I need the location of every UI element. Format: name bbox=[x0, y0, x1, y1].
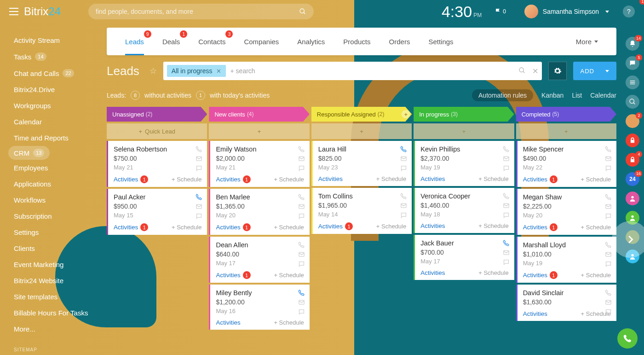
rail-chat[interactable]: 5 bbox=[626, 56, 639, 70]
sidebar-item-workgroups[interactable]: Workgroups bbox=[14, 98, 101, 114]
schedule-link[interactable]: + Schedule bbox=[274, 272, 304, 279]
user-menu[interactable]: Samantha Simpson bbox=[524, 5, 609, 18]
chat-icon[interactable] bbox=[400, 212, 407, 219]
phone-icon[interactable] bbox=[196, 193, 202, 200]
rail-text[interactable]: 2416 bbox=[626, 172, 639, 186]
activities-link[interactable]: Activities bbox=[318, 223, 343, 230]
activities-link[interactable]: Activities bbox=[523, 224, 547, 231]
filter-bar[interactable]: All in progress✕ + search ✕ bbox=[163, 62, 542, 80]
activities-link[interactable]: Activities bbox=[216, 319, 240, 326]
sidebar-item-more-[interactable]: More... bbox=[14, 321, 101, 337]
schedule-link[interactable]: + Schedule bbox=[581, 272, 611, 279]
tab-products[interactable]: Products bbox=[334, 28, 380, 55]
view-list[interactable]: List bbox=[572, 92, 582, 99]
sidebar-item-site-templates[interactable]: Site templates bbox=[14, 289, 101, 305]
with-activities-count[interactable]: 1 bbox=[196, 91, 205, 100]
add-button[interactable]: ADD bbox=[573, 62, 616, 80]
mail-icon[interactable] bbox=[400, 155, 407, 162]
tab-orders[interactable]: Orders bbox=[380, 28, 420, 55]
tab-settings[interactable]: Settings bbox=[419, 28, 462, 55]
next-page-button[interactable] bbox=[612, 221, 644, 258]
mail-icon[interactable] bbox=[605, 251, 612, 258]
chat-icon[interactable] bbox=[503, 212, 510, 219]
activities-link[interactable]: Activities bbox=[420, 222, 445, 229]
mail-icon[interactable] bbox=[298, 251, 305, 258]
phone-icon[interactable] bbox=[503, 192, 510, 199]
quick-add[interactable]: + Quick Lead bbox=[107, 123, 207, 139]
sidebar-item-clients[interactable]: Clients bbox=[14, 240, 101, 256]
lead-card[interactable]: Dean Allen$640.00May 17Activities1+ Sche… bbox=[209, 237, 309, 283]
sidebar-item-activity-stream[interactable]: Activity Stream bbox=[14, 32, 101, 48]
notifications-flag[interactable]: 0 bbox=[495, 8, 506, 15]
lead-card[interactable]: Ben Marlee$1,365.00May 20Activities1+ Sc… bbox=[209, 189, 309, 235]
mail-icon[interactable] bbox=[605, 155, 612, 162]
tab-deals[interactable]: Deals1 bbox=[153, 28, 189, 55]
mail-icon[interactable] bbox=[298, 155, 305, 162]
clear-filter-icon[interactable]: ✕ bbox=[532, 67, 538, 76]
schedule-link[interactable]: + Schedule bbox=[478, 175, 508, 182]
phone-icon[interactable] bbox=[298, 241, 305, 248]
help-button[interactable]: ? 1 bbox=[623, 6, 635, 17]
phone-icon[interactable] bbox=[298, 193, 305, 200]
column-header[interactable]: Responsible Assigned(2)+ bbox=[311, 107, 412, 122]
sidebar-item-employees[interactable]: Employees bbox=[14, 160, 101, 176]
view-kanban[interactable]: Kanban bbox=[541, 92, 564, 99]
schedule-link[interactable]: + Schedule bbox=[274, 319, 304, 326]
phone-icon[interactable] bbox=[503, 239, 510, 246]
mail-icon[interactable] bbox=[298, 203, 305, 210]
sidebar-item-billable-hours-for-tasks[interactable]: Billable Hours For Tasks bbox=[14, 305, 101, 321]
sidebar-item-workflows[interactable]: Workflows bbox=[14, 192, 101, 208]
activities-link[interactable]: Activities bbox=[420, 175, 445, 182]
quick-add[interactable]: + bbox=[516, 123, 616, 139]
schedule-link[interactable]: + Schedule bbox=[172, 224, 201, 231]
column-header[interactable]: New clients(4) bbox=[209, 107, 309, 122]
favorite-icon[interactable]: ☆ bbox=[150, 66, 157, 76]
tab-companies[interactable]: Companies bbox=[235, 28, 288, 55]
rail-lock[interactable]: 4 bbox=[626, 153, 639, 167]
tab-analytics[interactable]: Analytics bbox=[288, 28, 334, 55]
remove-filter-icon[interactable]: ✕ bbox=[216, 68, 221, 75]
schedule-link[interactable]: + Schedule bbox=[376, 175, 406, 182]
phone-icon[interactable] bbox=[605, 145, 612, 152]
activities-link[interactable]: Activities bbox=[420, 269, 445, 276]
phone-icon[interactable] bbox=[503, 145, 510, 152]
view-calendar[interactable]: Calendar bbox=[590, 92, 616, 99]
phone-icon[interactable] bbox=[605, 289, 612, 296]
sidebar-item-bitrix24-website[interactable]: Bitrix24 Website bbox=[14, 273, 101, 289]
mail-icon[interactable] bbox=[605, 299, 612, 306]
activities-link[interactable]: Activities bbox=[523, 176, 547, 183]
view-automation[interactable]: Automation rules bbox=[472, 89, 533, 101]
sidebar-item-tasks[interactable]: Tasks14 bbox=[14, 48, 101, 65]
sidebar-item-calendar[interactable]: Calendar bbox=[14, 114, 101, 130]
filter-chip[interactable]: All in progress✕ bbox=[167, 65, 226, 77]
sidebar-item-crm[interactable]: CRM13 bbox=[8, 146, 50, 160]
activities-link[interactable]: Activities bbox=[216, 272, 240, 279]
sidebar-item-chat-and-calls[interactable]: Chat and Calls22 bbox=[14, 65, 101, 81]
lead-card[interactable]: Marshall Lloyd$1,010.00May 19Activities1… bbox=[516, 237, 616, 283]
settings-button[interactable] bbox=[548, 62, 567, 80]
add-search[interactable]: + search bbox=[230, 67, 255, 75]
mail-icon[interactable] bbox=[503, 202, 510, 209]
lead-card[interactable]: Miley Bently$1,200.00May 16Activities+ S… bbox=[209, 285, 309, 330]
chat-icon[interactable] bbox=[400, 165, 407, 172]
schedule-link[interactable]: + Schedule bbox=[581, 176, 611, 183]
schedule-link[interactable]: + Schedule bbox=[581, 224, 611, 231]
sitemap-link[interactable]: SITEMAP bbox=[14, 347, 37, 352]
chat-icon[interactable] bbox=[605, 308, 612, 315]
chat-icon[interactable] bbox=[298, 308, 305, 315]
activities-link[interactable]: Activities bbox=[216, 176, 240, 183]
rail-person[interactable] bbox=[626, 192, 639, 205]
mail-icon[interactable] bbox=[400, 202, 407, 209]
activities-link[interactable]: Activities bbox=[523, 272, 547, 279]
phone-icon[interactable] bbox=[196, 145, 202, 152]
sidebar-item-subscription[interactable]: Subscription bbox=[14, 208, 101, 224]
tab-contacts[interactable]: Contacts3 bbox=[189, 28, 235, 55]
lead-card[interactable]: Emily Watson$2,000.00May 21Activities1+ … bbox=[209, 141, 309, 187]
chat-icon[interactable] bbox=[503, 165, 510, 172]
phone-icon[interactable] bbox=[400, 145, 407, 152]
schedule-link[interactable]: + Schedule bbox=[172, 176, 201, 183]
sidebar-item-bitrix24-drive[interactable]: Bitrix24.Drive bbox=[14, 81, 101, 98]
lead-card[interactable]: David Sinclair$1,630.00Activities+ Sched… bbox=[516, 285, 616, 321]
search-icon[interactable] bbox=[518, 67, 526, 74]
activities-link[interactable]: Activities bbox=[114, 224, 138, 231]
